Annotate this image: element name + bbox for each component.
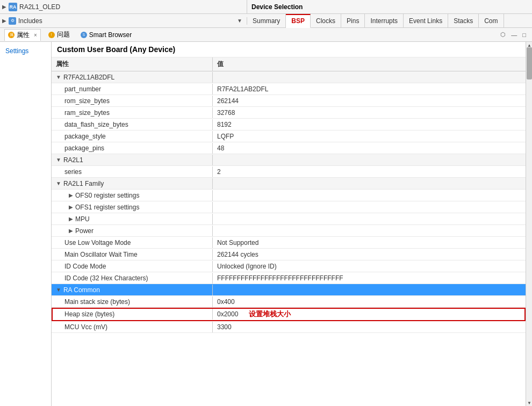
includes-label: Includes <box>18 17 42 25</box>
top-bar: ▶ RA RA2L1_OLED Device Selection <box>0 0 532 14</box>
properties-table: ▼ R7FA2L1AB2DFLpart_numberR7FA2L1AB2DFLr… <box>52 71 526 406</box>
prop-value-text: 262144 <box>217 97 239 105</box>
tab-clocks[interactable]: Clocks <box>311 14 341 28</box>
tab-stacks[interactable]: Stacks <box>448 14 479 28</box>
table-row[interactable]: ▶ OFS1 register settings <box>52 201 526 213</box>
table-row[interactable]: data_flash_size_bytes8192 <box>52 119 526 130</box>
prop-name-cell: ID Code Mode <box>52 261 213 272</box>
table-row[interactable]: ▼ RA2L1 <box>52 154 526 166</box>
table-row[interactable]: Heap size (bytes)0x2000设置堆栈大小 <box>52 308 526 321</box>
prop-name-text: ID Code Mode <box>64 263 106 270</box>
prop-value-cell: R7FA2L1AB2DFL <box>213 84 526 95</box>
includes-node-icon: ⚙ <box>9 17 16 25</box>
section-arrow-icon[interactable]: ▼ <box>56 157 61 163</box>
tab-components[interactable]: Com <box>479 14 504 28</box>
section-arrow-icon[interactable]: ▼ <box>56 74 61 80</box>
tab-interrupts[interactable]: Interrupts <box>365 14 404 28</box>
table-row[interactable]: ▼ R7FA2L1AB2DFL <box>52 71 526 83</box>
properties-icon: 属 <box>8 32 15 38</box>
header-value: 值 <box>213 57 526 71</box>
table-row[interactable]: ID Code ModeUnlocked (Ignore ID) <box>52 260 526 272</box>
issues-label: 问题 <box>57 30 70 39</box>
prop-name-cell: Use Low Voltage Mode <box>52 237 213 248</box>
table-row[interactable]: Use Low Voltage ModeNot Supported <box>52 237 526 249</box>
prop-name-cell: MCU Vcc (mV) <box>52 322 213 332</box>
table-row[interactable]: MCU Vcc (mV)3300 <box>52 321 526 333</box>
section-arrow-icon[interactable]: ▶ <box>69 216 73 222</box>
scrollbar[interactable]: ▲ ▼ <box>526 42 532 406</box>
table-row[interactable]: part_numberR7FA2L1AB2DFL <box>52 83 526 95</box>
project-icon: RA <box>9 3 17 11</box>
panel-header: 属 属性 × ! 问题 S Smart Browser ⬡ — □ <box>0 28 532 42</box>
table-row[interactable]: package_styleLQFP <box>52 130 526 142</box>
table-row[interactable]: rom_size_bytes262144 <box>52 95 526 107</box>
prop-value-text: 262144 cycles <box>217 251 258 258</box>
prop-name-cell: ▶ OFS1 register settings <box>52 202 213 213</box>
tree-dropdown-arrow[interactable]: ▼ <box>235 18 245 24</box>
prop-value-cell <box>213 182 526 185</box>
section-arrow-icon[interactable]: ▼ <box>56 287 61 293</box>
table-row[interactable]: Main stack size (bytes)0x400 <box>52 296 526 308</box>
scrollbar-thumb[interactable] <box>527 47 532 79</box>
prop-value-cell: 32768 <box>213 107 526 118</box>
table-row[interactable]: ▼ RA2L1 Family <box>52 178 526 190</box>
prop-value-text: 48 <box>217 144 224 152</box>
panel-share-btn[interactable]: ⬡ <box>499 30 507 39</box>
prop-name-cell: ▶ OFS0 register settings <box>52 190 213 201</box>
prop-name-cell: ▶ MPU <box>52 214 213 224</box>
tab-event-links[interactable]: Event Links <box>404 14 448 28</box>
red-annotation: 设置堆栈大小 <box>238 309 291 319</box>
prop-value-text: 0x400 <box>217 298 235 306</box>
prop-name-text: series <box>64 168 82 176</box>
prop-name-cell: ▼ RA2L1 <box>52 155 213 165</box>
table-row[interactable]: ram_size_bytes32768 <box>52 107 526 119</box>
device-selection-section: Device Selection <box>247 0 532 13</box>
tab-left-section: ▶ ⚙ Includes ▼ <box>0 17 247 25</box>
prop-name-cell: ▼ RA2L1 Family <box>52 178 213 189</box>
prop-name-text: MCU Vcc (mV) <box>64 323 107 331</box>
table-header-row: 属性 值 <box>52 57 526 71</box>
panel-tab-properties[interactable]: 属 属性 × <box>4 29 41 41</box>
prop-value-cell <box>213 158 526 162</box>
section-arrow-icon[interactable]: ▶ <box>69 192 73 198</box>
section-arrow-icon[interactable]: ▶ <box>69 204 73 210</box>
table-row[interactable]: Main Oscillator Wait Time262144 cycles <box>52 249 526 260</box>
prop-value-cell: 0x400 <box>213 296 526 307</box>
prop-value-cell: 262144 <box>213 96 526 106</box>
table-row[interactable]: ID Code (32 Hex Characters)FFFFFFFFFFFFF… <box>52 272 526 284</box>
section-arrow-icon[interactable]: ▼ <box>56 180 61 186</box>
table-row[interactable]: ▶ MPU <box>52 213 526 225</box>
prop-value-cell <box>213 76 526 79</box>
table-row[interactable]: series2 <box>52 166 526 178</box>
prop-name-text: Use Low Voltage Mode <box>64 239 131 247</box>
prop-name-cell: data_flash_size_bytes <box>52 119 213 130</box>
tabs-section: Summary BSP Clocks Pins Interrupts Event… <box>247 14 532 28</box>
table-row[interactable]: package_pins48 <box>52 142 526 154</box>
prop-name-cell: package_pins <box>52 143 213 154</box>
prop-name-cell: part_number <box>52 84 213 95</box>
panel-tab-smart-browser[interactable]: S Smart Browser <box>77 30 135 40</box>
prop-name-cell: Main Oscillator Wait Time <box>52 249 213 260</box>
table-row[interactable]: ▶ OFS0 register settings <box>52 190 526 201</box>
panel-minimize-btn[interactable]: — <box>509 31 519 39</box>
main-content: Settings Custom User Board (Any Device) … <box>0 42 532 406</box>
includes-expand-icon[interactable]: ▶ <box>2 18 6 24</box>
prop-name-cell: ▼ R7FA2L1AB2DFL <box>52 72 213 83</box>
prop-name-text: ram_size_bytes <box>64 109 110 117</box>
properties-close-btn[interactable]: × <box>34 32 37 38</box>
sidebar-item-settings[interactable]: Settings <box>0 44 51 58</box>
tab-summary[interactable]: Summary <box>247 14 286 28</box>
project-expand-icon[interactable]: ▶ <box>2 4 6 10</box>
prop-name-cell: series <box>52 166 213 177</box>
scrollbar-down-btn[interactable]: ▼ <box>527 400 532 406</box>
tab-bsp[interactable]: BSP <box>286 14 311 28</box>
table-row[interactable]: ▶ Power <box>52 225 526 237</box>
section-arrow-icon[interactable]: ▶ <box>69 228 73 234</box>
project-label: RA2L1_OLED <box>19 3 60 11</box>
prop-value-cell <box>213 206 526 209</box>
panel-tab-issues[interactable]: ! 问题 <box>45 29 73 40</box>
tab-pins[interactable]: Pins <box>341 14 365 28</box>
table-row[interactable]: ▼ RA Common <box>52 284 526 296</box>
panel-maximize-btn[interactable]: □ <box>521 31 528 39</box>
left-sidebar: Settings <box>0 42 52 406</box>
